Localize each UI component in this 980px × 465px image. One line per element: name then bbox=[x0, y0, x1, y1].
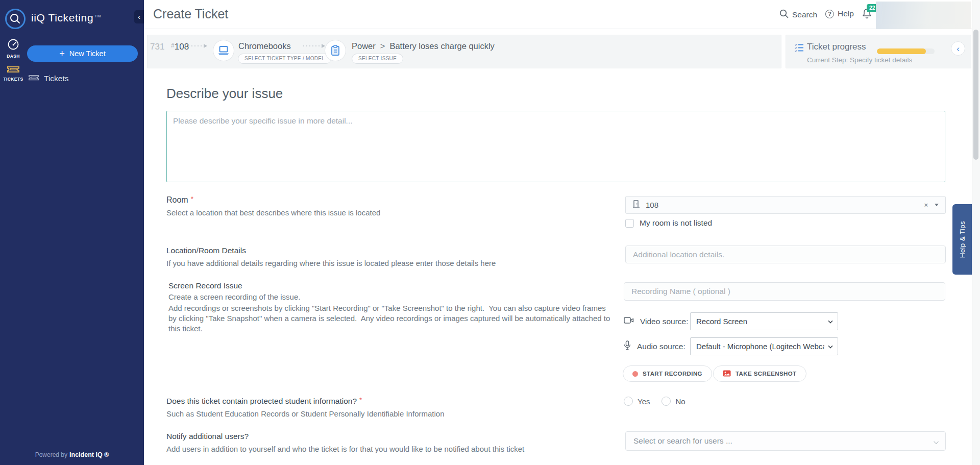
video-source-select[interactable]: Record Screen bbox=[690, 312, 838, 330]
user-menu-area[interactable] bbox=[876, 2, 971, 29]
iiq-logo-icon[interactable] bbox=[5, 8, 26, 30]
search-button[interactable]: Search bbox=[779, 9, 817, 20]
current-step-text: Current Step: Specify ticket details bbox=[807, 56, 912, 64]
location-details-subtitle: If you have additional details regarding… bbox=[166, 259, 496, 267]
audio-source-select[interactable]: Default - Microphone (Logitech Webcam bbox=[690, 337, 838, 355]
room-subtitle: Select a location that best describes wh… bbox=[166, 208, 380, 217]
sidebar-item-tickets[interactable]: TICKETS bbox=[3, 64, 23, 82]
video-source-value: Record Screen bbox=[696, 317, 824, 326]
protected-info-radio-group: Yes No bbox=[624, 397, 697, 406]
trademark: TM bbox=[94, 14, 101, 18]
chevron-down-icon bbox=[828, 319, 832, 323]
screenshot-image-icon bbox=[723, 370, 731, 378]
dashboard-icon bbox=[7, 43, 19, 52]
protected-yes-radio[interactable] bbox=[624, 397, 633, 406]
wizard-ref: 731 #108 bbox=[150, 42, 189, 52]
chevron-down-icon bbox=[934, 439, 939, 444]
start-recording-label: START RECORDING bbox=[643, 371, 702, 377]
help-icon: ? bbox=[825, 10, 834, 18]
video-source-row: Video source: bbox=[624, 312, 689, 330]
powered-by: Powered byIncident IQ ® bbox=[0, 451, 144, 458]
ticket-icon bbox=[7, 66, 20, 75]
required-asterisk: * bbox=[191, 195, 193, 203]
wizard-step2-pill[interactable]: SELECT ISSUE bbox=[352, 54, 403, 64]
ticket-progress-title: Ticket progress bbox=[807, 42, 866, 52]
tickets-rail-label: TICKETS bbox=[3, 77, 23, 82]
recording-name-input[interactable] bbox=[624, 282, 945, 301]
chevron-left-icon: ‹ bbox=[957, 44, 960, 54]
room-not-listed-row: My room is not listed bbox=[625, 218, 712, 228]
search-icon bbox=[779, 9, 789, 20]
room-not-listed-label: My room is not listed bbox=[640, 218, 712, 228]
laptop-icon bbox=[213, 40, 234, 61]
sidebar: iiQ TicketingTM ‹ DASH + New Ticket bbox=[0, 0, 144, 465]
caret-down-icon[interactable] bbox=[935, 204, 939, 206]
issue-description-input[interactable] bbox=[166, 111, 945, 182]
wizard-step1-pill[interactable]: SELECT TICKET TYPE / MODEL bbox=[238, 54, 331, 64]
search-label: Search bbox=[792, 10, 817, 19]
room-select[interactable]: 108 × bbox=[625, 196, 946, 214]
protected-info-subtitle: Such as Student Education Records or Stu… bbox=[166, 409, 445, 418]
ticket-progress-fill bbox=[877, 48, 926, 54]
ticket-outline-icon bbox=[28, 74, 39, 83]
audio-source-row: Audio source: bbox=[624, 337, 685, 355]
protected-no-radio[interactable] bbox=[662, 397, 671, 406]
screen-record-label: Screen Record Issue bbox=[168, 281, 242, 290]
screen-record-line1: Create a screen recording of the issue. bbox=[168, 292, 300, 301]
room-not-listed-checkbox[interactable] bbox=[625, 219, 634, 228]
collapse-progress-button[interactable]: ‹ bbox=[951, 41, 965, 56]
video-source-label: Video source: bbox=[640, 317, 689, 326]
help-button[interactable]: ? Help bbox=[825, 9, 854, 18]
microphone-icon bbox=[624, 340, 631, 352]
take-screenshot-button[interactable]: TAKE SCREENSHOT bbox=[713, 365, 806, 382]
location-details-input[interactable] bbox=[625, 246, 946, 263]
clipboard-icon bbox=[325, 40, 346, 61]
tickets-menu-label: Tickets bbox=[44, 74, 69, 83]
notify-users-placeholder: Select or search for users ... bbox=[633, 436, 732, 446]
notify-users-select[interactable]: Select or search for users ... bbox=[625, 431, 946, 451]
ticket-wizard-bar: 731 #108 Chromebooks SELECT TICKET TYPE … bbox=[147, 35, 781, 68]
help-tips-tab[interactable]: Help & Tips bbox=[952, 204, 972, 275]
protected-info-label: Does this ticket contain protected stude… bbox=[166, 397, 362, 406]
protected-no-label: No bbox=[675, 397, 685, 406]
wizard-step2-title: Power>Battery loses charge quickly bbox=[352, 41, 495, 51]
sidebar-menu-tickets[interactable]: Tickets bbox=[28, 74, 69, 83]
new-ticket-button[interactable]: + New Ticket bbox=[27, 45, 138, 62]
location-details-label: Location/Room Details bbox=[166, 246, 246, 255]
wizard-step1-title: Chromebooks bbox=[238, 41, 291, 51]
room-label: Room* bbox=[166, 195, 193, 205]
page-title: Create Ticket bbox=[153, 7, 228, 21]
video-camera-icon bbox=[624, 316, 634, 326]
dashboard-label: DASH bbox=[3, 54, 23, 59]
audio-source-value: Default - Microphone (Logitech Webcam bbox=[696, 342, 824, 351]
notify-users-label: Notify additional users? bbox=[166, 432, 249, 441]
plus-icon: + bbox=[59, 49, 65, 58]
scrollbar-thumb[interactable] bbox=[973, 30, 978, 160]
form-heading: Describe your issue bbox=[166, 86, 283, 102]
help-tips-label: Help & Tips bbox=[959, 221, 966, 258]
help-label: Help bbox=[838, 9, 854, 18]
start-recording-button[interactable]: START RECORDING bbox=[623, 365, 712, 382]
take-screenshot-label: TAKE SCREENSHOT bbox=[736, 371, 797, 377]
required-asterisk: * bbox=[359, 396, 362, 404]
sidebar-item-dashboard[interactable]: DASH bbox=[3, 38, 23, 59]
room-select-value: 108 bbox=[646, 201, 924, 209]
sidebar-collapse-button[interactable]: ‹ bbox=[134, 10, 144, 23]
protected-yes-label: Yes bbox=[638, 397, 650, 406]
collapse-chevron-icon: ‹ bbox=[138, 12, 140, 21]
create-ticket-page: iiQ TicketingTM ‹ DASH + New Ticket bbox=[0, 0, 980, 465]
new-ticket-label: New Ticket bbox=[69, 50, 106, 58]
brand-title: iiQ TicketingTM bbox=[31, 12, 101, 24]
ticket-progress-bar bbox=[877, 48, 935, 54]
notify-users-subtitle: Add users in addition to yourself and wh… bbox=[166, 445, 524, 453]
wizard-arrow-icon bbox=[303, 44, 325, 48]
audio-source-label: Audio source: bbox=[637, 342, 685, 351]
screen-record-description: Add recordings or screenshots by clickin… bbox=[168, 303, 610, 334]
wizard-arrow-icon bbox=[185, 44, 207, 48]
door-icon bbox=[632, 200, 640, 210]
ticket-progress-panel: Ticket progress ‹ Current Step: Specify … bbox=[786, 35, 971, 68]
record-dot-icon bbox=[632, 371, 638, 377]
clear-icon[interactable]: × bbox=[924, 201, 928, 209]
checklist-icon bbox=[794, 43, 804, 54]
chevron-down-icon bbox=[828, 344, 832, 348]
